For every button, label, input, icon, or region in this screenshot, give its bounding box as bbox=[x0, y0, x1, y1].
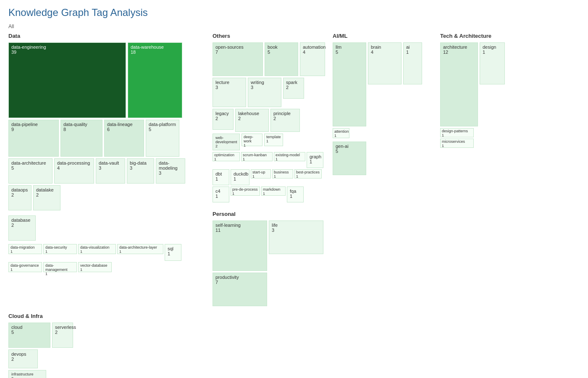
tag-book[interactable]: book 5 bbox=[265, 42, 298, 76]
section-others: Others open-sources 7 book 5 automation … bbox=[213, 33, 326, 306]
tag-lakehouse[interactable]: lakehouse 2 bbox=[235, 109, 269, 132]
tag-microservices[interactable]: microservices 1 bbox=[440, 139, 474, 148]
tag-attention[interactable]: attention 1 bbox=[333, 128, 349, 138]
tag-data-management[interactable]: data-management 1 bbox=[43, 262, 77, 272]
tag-data-lineage[interactable]: data-lineage 6 bbox=[104, 120, 144, 157]
tag-vector-database[interactable]: vector-database 1 bbox=[78, 262, 112, 272]
tag-writing[interactable]: writing 3 bbox=[248, 78, 281, 107]
section-tech: Tech & Architecture architecture 12 desi… bbox=[440, 33, 533, 148]
tag-fqa[interactable]: fqa 1 bbox=[287, 186, 304, 202]
section-data-title: Data bbox=[8, 33, 206, 40]
tag-serverless[interactable]: serverless 2 bbox=[52, 323, 73, 348]
tag-automation[interactable]: automation 4 bbox=[300, 42, 325, 76]
tag-template[interactable]: template 1 bbox=[264, 134, 283, 146]
tag-self-learning[interactable]: self-learning 11 bbox=[213, 220, 267, 271]
tag-data-engineering[interactable]: data-engineering 39 bbox=[8, 42, 126, 118]
tag-principle[interactable]: principle 2 bbox=[270, 109, 300, 132]
tag-data-architecture-layer[interactable]: data-architecture-layer 1 bbox=[117, 244, 163, 254]
tag-life[interactable]: life 3 bbox=[269, 220, 323, 254]
tag-deep-work[interactable]: deep-work 1 bbox=[242, 134, 262, 146]
tag-business[interactable]: business 1 bbox=[272, 169, 293, 178]
tag-data-architecture[interactable]: data-architecture 5 bbox=[8, 158, 52, 184]
tag-data-vault[interactable]: data-vault 3 bbox=[96, 158, 125, 184]
tag-design[interactable]: design 1 bbox=[480, 42, 505, 84]
tag-spark[interactable]: spark 2 bbox=[283, 78, 304, 99]
tech-tags-grid: architecture 12 design 1 design-patterns… bbox=[440, 42, 533, 148]
tag-existing-model[interactable]: existing-model 1 bbox=[274, 152, 305, 161]
tag-lecture[interactable]: lecture 3 bbox=[213, 78, 246, 107]
tag-best-practices[interactable]: best-practices 1 bbox=[294, 169, 322, 178]
tag-data-pipeline[interactable]: data-pipeline 9 bbox=[8, 120, 59, 157]
section-aiml-title: AI/ML bbox=[333, 33, 433, 40]
tag-infrastructure[interactable]: infrastructure 2 bbox=[8, 370, 46, 378]
tag-dataops[interactable]: dataops 2 bbox=[8, 185, 32, 210]
section-tech-title: Tech & Architecture bbox=[440, 33, 533, 40]
tag-data-security[interactable]: data-security 1 bbox=[43, 244, 77, 254]
tag-web-development[interactable]: web-development 2 bbox=[213, 134, 240, 150]
tag-markdown[interactable]: markdown 1 bbox=[261, 186, 286, 196]
tag-pre-de-process[interactable]: pre-de-process 1 bbox=[231, 186, 260, 196]
tag-data-visualization[interactable]: data-visualization 1 bbox=[78, 244, 116, 254]
tag-cloud[interactable]: cloud 5 bbox=[8, 323, 50, 348]
tag-c4[interactable]: c4 1 bbox=[213, 186, 229, 202]
tag-data-processing[interactable]: data-processing 4 bbox=[54, 158, 94, 184]
tag-duckdb[interactable]: duckdb 1 bbox=[231, 169, 249, 185]
tag-big-data[interactable]: big-data 3 bbox=[127, 158, 154, 184]
personal-subsection: Personal self-learning 11 life 3 product… bbox=[213, 211, 326, 306]
tag-database[interactable]: database 2 bbox=[8, 215, 36, 241]
section-cloud-title: Cloud & Infra bbox=[8, 313, 76, 320]
section-data: Data data-engineering 39 data-warehouse … bbox=[8, 33, 206, 272]
section-personal-title: Personal bbox=[213, 211, 326, 218]
tag-graph[interactable]: graph 1 bbox=[307, 152, 323, 168]
page-title: Knowledge Graph Tag Analysis bbox=[0, 0, 588, 22]
tag-brain[interactable]: brain 4 bbox=[368, 42, 402, 84]
tag-design-patterns[interactable]: design-patterns 1 bbox=[440, 128, 474, 137]
tag-dbt[interactable]: dbt 1 bbox=[213, 169, 229, 185]
tag-data-migration[interactable]: data-migration 1 bbox=[8, 244, 42, 254]
tag-ai[interactable]: ai 1 bbox=[403, 42, 422, 84]
tag-data-quality[interactable]: data-quality 8 bbox=[60, 120, 102, 157]
tag-devops[interactable]: devops 2 bbox=[8, 349, 38, 368]
tag-data-platform[interactable]: data-platform 5 bbox=[146, 120, 179, 157]
section-aiml: AI/ML llm 5 brain 4 ai 1 attention 1 gen… bbox=[333, 33, 433, 175]
tag-architecture[interactable]: architecture 12 bbox=[440, 42, 478, 126]
aiml-tags-grid: llm 5 brain 4 ai 1 attention 1 gen-ai 5 bbox=[333, 42, 433, 175]
tag-llm[interactable]: llm 5 bbox=[333, 42, 366, 126]
section-others-title: Others bbox=[213, 33, 326, 40]
tag-scrum-kanban[interactable]: scrum-kanban 1 bbox=[241, 152, 273, 161]
filter-label[interactable]: All bbox=[8, 24, 14, 29]
others-tags-grid: open-sources 7 book 5 automation 4 lectu… bbox=[213, 42, 326, 306]
tag-optimization[interactable]: optimization 1 bbox=[213, 152, 240, 161]
tag-data-modeling[interactable]: data-modeling 3 bbox=[156, 158, 185, 184]
tag-open-sources[interactable]: open-sources 7 bbox=[213, 42, 263, 76]
tag-sql[interactable]: sql 1 bbox=[165, 244, 181, 261]
section-cloud: Cloud & Infra cloud 5 serverless 2 devop… bbox=[8, 313, 76, 378]
tag-gen-ai[interactable]: gen-ai 5 bbox=[333, 142, 366, 175]
tag-legacy[interactable]: legacy 2 bbox=[213, 109, 234, 130]
cloud-tags-grid: cloud 5 serverless 2 devops 2 infrastruc… bbox=[8, 323, 76, 378]
tag-start-up[interactable]: start-up 1 bbox=[251, 169, 271, 178]
tag-datalake[interactable]: datalake 2 bbox=[33, 185, 60, 210]
tag-data-warehouse[interactable]: data-warehouse 18 bbox=[128, 42, 182, 118]
tag-productivity[interactable]: productivity 7 bbox=[213, 273, 267, 306]
data-tags-grid: data-engineering 39 data-warehouse 18 da… bbox=[8, 42, 206, 272]
tag-data-governance[interactable]: data-governance 1 bbox=[8, 262, 42, 272]
